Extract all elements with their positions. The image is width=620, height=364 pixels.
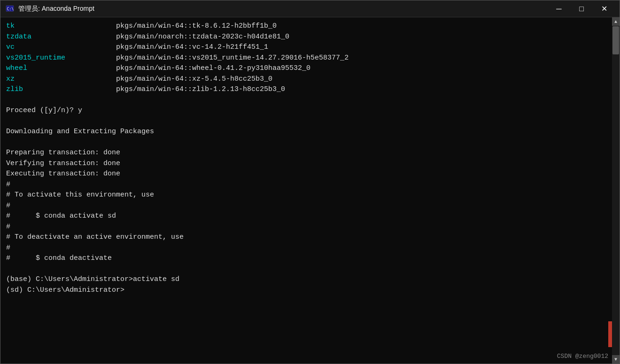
terminal-window: C:\ 管理员: Anaconda Prompt ─ □ ✕ tk pkgs/m… [0, 0, 620, 364]
titlebar: C:\ 管理员: Anaconda Prompt ─ □ ✕ [0, 0, 620, 17]
window-controls: ─ □ ✕ [548, 1, 615, 16]
scrollbar-track[interactable] [612, 26, 620, 355]
terminal-body[interactable]: tk pkgs/main/win-64::tk-8.6.12-h2bbff1b_… [0, 17, 620, 364]
scroll-down-button[interactable]: ▼ [612, 355, 620, 364]
scrollbar-thumb[interactable] [612, 26, 619, 54]
terminal-output: tk pkgs/main/win-64::tk-8.6.12-h2bbff1b_… [6, 21, 614, 296]
close-button[interactable]: ✕ [593, 1, 615, 16]
scroll-up-button[interactable]: ▲ [612, 17, 620, 26]
terminal-icon: C:\ [5, 4, 15, 14]
scrollbar[interactable]: ▲ ▼ [612, 17, 620, 364]
svg-text:C:\: C:\ [7, 6, 14, 11]
window-title: 管理员: Anaconda Prompt [18, 5, 548, 13]
maximize-button[interactable]: □ [571, 1, 592, 16]
watermark: CSDN @zeng0012 [557, 353, 608, 360]
scroll-indicator [608, 321, 612, 347]
minimize-button[interactable]: ─ [548, 1, 570, 16]
